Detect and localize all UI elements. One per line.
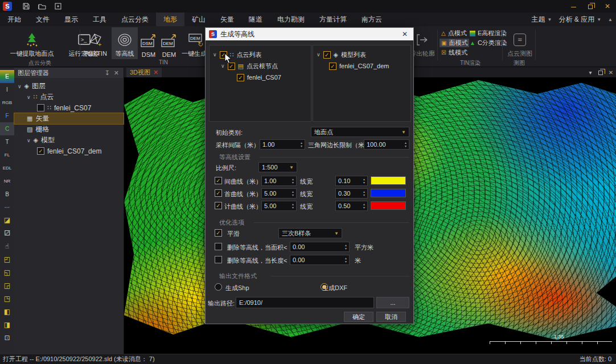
tool-elevation-render[interactable]: E — [0, 70, 14, 83]
menu-terrain[interactable]: 地形 — [156, 13, 184, 26]
menu-volume[interactable]: 方量计算 — [312, 13, 354, 26]
dsm-button[interactable]: DSM DSM — [139, 27, 158, 59]
spinner-arrows-icon[interactable]: ▴▾ — [345, 243, 347, 250]
pointcloud-mapping-button[interactable]: ≈ 点云测图 — [507, 27, 533, 59]
scale-ratio-dropdown[interactable]: 1:500▼ — [258, 162, 297, 172]
initial-class-dropdown[interactable]: 地面点▼ — [311, 127, 409, 137]
output-path-input[interactable]: E:/0910/ — [236, 297, 374, 308]
expander-icon[interactable]: ∨ — [27, 94, 31, 100]
tool-time-render[interactable]: T — [0, 135, 14, 148]
tool-rgb-render[interactable]: RGB — [0, 96, 14, 109]
tree-item-pointcloud[interactable]: ∨ ∷ 点云 — [14, 92, 124, 102]
expander-icon[interactable]: ∨ — [221, 63, 225, 69]
tool-blend-render[interactable]: B — [0, 188, 14, 201]
clip-box-tool[interactable]: ◪ — [0, 214, 14, 227]
tool-intensity-render[interactable]: I — [0, 83, 14, 96]
tree-item-model-list[interactable]: ∨ ✓ ◈ 模型列表 — [313, 49, 410, 60]
index-curve-checkbox[interactable]: ✓ — [215, 202, 222, 209]
viewport-close-icon[interactable]: ✕ — [606, 68, 616, 77]
point-mode-button[interactable]: △点模式 — [440, 29, 469, 38]
viewport-menu-icon[interactable]: ▾ — [585, 68, 596, 77]
viewport-restore-icon[interactable] — [596, 68, 606, 77]
delete-by-length-checkbox[interactable]: ✓ — [215, 256, 222, 263]
expander-icon[interactable]: ∨ — [18, 84, 22, 89]
tri-edge-limit-input[interactable]: 100.00▴▾ — [364, 139, 409, 150]
menu-vector[interactable]: 矢量 — [213, 13, 241, 26]
spinner-arrows-icon[interactable]: ▴▾ — [292, 190, 294, 197]
delete-by-area-checkbox[interactable]: ✓ — [215, 243, 222, 250]
restore-button[interactable] — [582, 0, 599, 13]
spinner-arrows-icon[interactable]: ▴▾ — [345, 257, 347, 263]
primary-curve-input[interactable]: 5.00▴▾ — [261, 188, 297, 198]
smooth-method-dropdown[interactable]: 三次B样条▼ — [278, 228, 342, 238]
layer-checkbox[interactable]: ✓ — [37, 147, 44, 155]
menu-southcloud[interactable]: 南方云 — [354, 13, 389, 26]
extract-ground-button[interactable]: 一键提取地面点 — [2, 27, 61, 59]
menu-pointcloud-classify[interactable]: 点云分类 — [114, 13, 156, 26]
menu-mine[interactable]: 矿山 — [184, 13, 213, 26]
intermediate-curve-input[interactable]: 1.00▴▾ — [261, 176, 297, 186]
spinner-arrows-icon[interactable]: ▴▾ — [363, 190, 365, 197]
open-folder-icon[interactable] — [38, 2, 47, 11]
index-width-input[interactable]: 0.50▴▾ — [335, 201, 368, 211]
tree-item-raster[interactable]: ▨ 栅格 — [14, 124, 124, 135]
spinner-arrows-icon[interactable]: ▴▾ — [292, 202, 294, 209]
index-curve-input[interactable]: 5.00▴▾ — [261, 201, 297, 211]
classify-render-button[interactable]: ▲C分类渲染 — [468, 39, 509, 47]
menu-tunnel[interactable]: 隧道 — [241, 13, 270, 26]
ok-button[interactable]: 确定 — [344, 312, 373, 322]
smooth-checkbox[interactable]: ✓ — [215, 229, 222, 237]
checkbox[interactable]: ✓ — [237, 74, 244, 81]
sample-interval-input[interactable]: 1.00▴▾ — [260, 139, 305, 150]
view-bottom-tool[interactable]: ◨ — [0, 318, 14, 332]
more-tools-icon[interactable]: ⋯ — [0, 201, 14, 214]
tool-classification-render[interactable]: C — [0, 122, 14, 135]
shp-radio[interactable] — [215, 283, 222, 291]
analysis-menu[interactable]: 分析 & 应用 — [558, 15, 594, 24]
menu-tools[interactable]: 工具 — [85, 13, 114, 26]
dem-button[interactable]: DEM DEM — [159, 27, 179, 59]
checkbox[interactable]: ✓ — [329, 63, 336, 70]
expander-icon[interactable]: ∨ — [27, 138, 31, 143]
intermediate-curve-checkbox[interactable]: ✓ — [215, 177, 222, 184]
panel-close-icon[interactable]: ✕ — [114, 68, 119, 78]
spinner-arrows-icon[interactable]: ▴▾ — [363, 202, 365, 209]
delete-length-input[interactable]: 0.00▴▾ — [290, 255, 350, 265]
view-right-tool[interactable]: ◳ — [0, 292, 14, 305]
pin-icon[interactable]: ↧ — [105, 68, 110, 78]
view-back-tool[interactable]: ◧ — [0, 305, 14, 318]
spinner-arrows-icon[interactable]: ▴▾ — [292, 177, 294, 184]
delete-area-input[interactable]: 0.00▴▾ — [290, 242, 350, 252]
build-tin-button[interactable]: + 构建TIN — [81, 27, 110, 59]
pan-hand-tool[interactable]: ☝ — [0, 240, 14, 253]
menu-power-survey[interactable]: 电力勘测 — [270, 13, 312, 26]
tool-f-render[interactable]: F — [0, 109, 14, 122]
tool-edl-render[interactable]: EDL — [0, 162, 14, 175]
tree-item-fenlei-cs07-dem[interactable]: ✓ fenlei_CS07_dem — [313, 60, 410, 72]
view-top-tool[interactable]: ◰ — [0, 253, 14, 266]
area-select-tool[interactable]: ⊡ — [0, 332, 14, 345]
menu-display[interactable]: 显示 — [57, 13, 85, 26]
contour-button[interactable]: 等高线 — [112, 27, 138, 59]
primary-curve-checkbox[interactable]: ✓ — [215, 189, 222, 197]
intermediate-color-swatch[interactable] — [371, 176, 406, 185]
menu-file[interactable]: 文件 — [28, 13, 57, 26]
close-button[interactable]: ✕ — [599, 0, 616, 13]
tree-item-vector[interactable]: ▦ 矢量 — [14, 113, 124, 124]
spinner-arrows-icon[interactable]: ▴▾ — [301, 141, 302, 148]
tool-nr-render[interactable]: NR — [0, 175, 14, 188]
line-mode-button[interactable]: ☒线模式 — [440, 48, 469, 57]
layer-checkbox[interactable]: ✓ — [37, 104, 44, 111]
menu-start[interactable]: 开始 — [0, 13, 28, 26]
face-mode-button[interactable]: ▣面模式 — [440, 39, 469, 47]
dialog-close-icon[interactable]: ✕ — [400, 30, 410, 38]
tree-item-layers[interactable]: ∨ ◈ 图层 — [14, 81, 124, 92]
collapse-ribbon-icon[interactable]: ▲ — [608, 17, 613, 22]
checkbox[interactable]: ✓ — [323, 51, 331, 59]
minimize-button[interactable] — [565, 0, 582, 13]
view-front-tool[interactable]: ◱ — [0, 266, 14, 279]
tree-item-fenlei-cs07-dem[interactable]: ✓ fenlei_CS07_dem — [14, 146, 124, 156]
save-icon[interactable] — [22, 2, 31, 11]
theme-menu[interactable]: 主题 — [532, 15, 545, 24]
expander-icon[interactable]: ∨ — [317, 52, 321, 57]
